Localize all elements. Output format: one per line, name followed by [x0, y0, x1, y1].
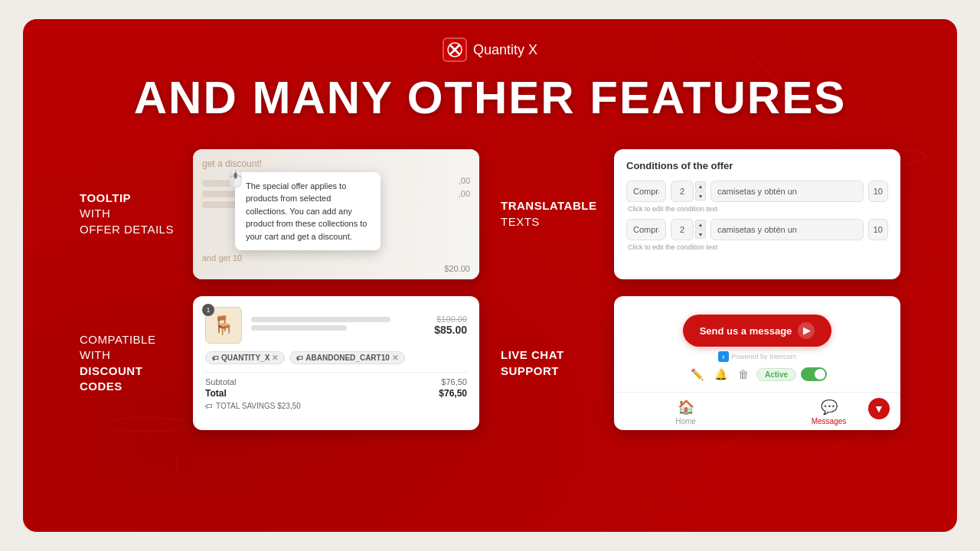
stepper-up-2[interactable]: ▲ [695, 220, 706, 229]
tag-quantity-x: 🏷 QUANTITY_X ✕ [205, 351, 285, 364]
chevron-down-icon: ▼ [874, 403, 884, 415]
action-btn-3[interactable]: 🗑 [735, 367, 752, 382]
tags-row: 🏷 QUANTITY_X ✕ 🏷 ABANDONED_CART10 ✕ [205, 351, 467, 364]
bottom-actions: ✏️ 🔔 🗑 Active [614, 364, 900, 385]
stepper-1: ▲ ▼ [695, 181, 706, 201]
price-orig: $100.00 [434, 315, 467, 324]
messages-icon: 💬 [821, 399, 838, 416]
tag-label-1: QUANTITY_X [221, 354, 270, 362]
intercom-powered: i Powered by Intercom [718, 351, 796, 362]
feature-tooltip: TOOLTIP WITH OFFER DETAILS get a discoun… [69, 139, 490, 289]
compra-input-2[interactable] [626, 219, 666, 240]
tooltip-bg-text: get a discount! [202, 158, 262, 169]
product-row: 1 🪑 $100.00 $85.00 [205, 307, 467, 344]
chat-nav-home[interactable]: 🏠 Home [614, 393, 757, 430]
livechat-label: LIVE CHAT SUPPORT [501, 347, 600, 379]
main-title: AND MANY OTHER FEATURES [134, 71, 846, 124]
tag-icon-2: 🏷 [296, 354, 303, 362]
tag-remove-2[interactable]: ✕ [392, 354, 398, 362]
feature-grid: TOOLTIP WITH OFFER DETAILS get a discoun… [23, 132, 957, 453]
stepper-up-1[interactable]: ▲ [695, 181, 706, 191]
stepper-down-1[interactable]: ▼ [695, 191, 706, 201]
translatable-label: TRANSLATABLE TEXTS [501, 198, 600, 230]
total-value: $76,50 [439, 388, 467, 399]
product-bar-2 [251, 325, 347, 331]
subtotal-row: Subtotal $76,50 [205, 377, 467, 386]
send-message-label: Send us a message [700, 325, 792, 337]
desc-input-1[interactable] [710, 181, 864, 202]
stepper-2: ▲ ▼ [695, 220, 706, 239]
tooltip-bubble: The special offer applies to products fr… [235, 172, 381, 251]
num-input-2[interactable] [671, 219, 694, 240]
send-arrow-icon: ▶ [798, 322, 815, 339]
powered-by-text: Powered by Intercom [731, 353, 796, 360]
toggle-switch[interactable] [801, 367, 827, 381]
desc-input-2[interactable] [710, 219, 864, 240]
intercom-logo: i [718, 351, 729, 362]
tag-abandoned-cart: 🏷 ABANDONED_CART10 ✕ [289, 351, 404, 364]
tooltip-label: TOOLTIP WITH OFFER DETAILS [80, 191, 179, 237]
chair-emoji: 🪑 [212, 315, 235, 336]
edit-hint-1: Click to edit the condition text [628, 205, 888, 213]
tag-remove-1[interactable]: ✕ [272, 354, 278, 362]
price-col: $100.00 $85.00 [434, 315, 467, 336]
tooltip-prices: ,00 ,00 [459, 176, 470, 198]
subtotal-label: Subtotal [205, 377, 236, 386]
savings-icon: 🏷 [205, 402, 213, 410]
translatable-card-title: Conditions of the offer [626, 160, 888, 171]
tooltip-bottom-price: $20.00 [444, 264, 470, 273]
condition-row-2: ▲ ▼ 10 [626, 219, 888, 240]
send-message-button[interactable]: Send us a message ▶ [683, 315, 832, 347]
discount-label: COMPATIBLE WITH DISCOUNT CODES [80, 332, 179, 394]
svg-text:/: / [172, 455, 182, 474]
product-img-wrap: 1 🪑 [205, 307, 242, 344]
page-content: Quantity X AND MANY OTHER FEATURES TOOLT… [23, 19, 957, 453]
savings-row: 🏷 TOTAL SAVINGS $23,50 [205, 402, 467, 410]
savings-text: TOTAL SAVINGS $23,50 [216, 402, 301, 410]
tooltip-bubble-text: The special offer applies to products fr… [246, 180, 370, 243]
total-row: Total $76,50 [205, 388, 467, 399]
feature-translatable: TRANSLATABLE TEXTS Conditions of the off… [490, 139, 911, 289]
tooltip-bottom-text: and get 10 [202, 253, 242, 262]
home-label: Home [675, 417, 696, 425]
translatable-card: Conditions of the offer ▲ ▼ 10 Click to … [614, 149, 900, 279]
scroll-down-button[interactable]: ▼ [868, 398, 890, 419]
action-btn-2[interactable]: 🔔 [711, 367, 730, 382]
discount-card: 1 🪑 $100.00 $85.00 [193, 296, 479, 430]
logo-icon [443, 37, 467, 62]
end-input-2: 10 [868, 219, 888, 240]
num-input-1[interactable] [671, 181, 694, 202]
feature-discount: COMPATIBLE WITH DISCOUNT CODES 1 🪑 [69, 289, 490, 438]
feature-livechat: LIVE CHAT SUPPORT Send us a message ▶ i … [490, 289, 911, 438]
livechat-card: Send us a message ▶ i Powered by Interco… [614, 296, 900, 430]
tooltip-card-inner: get a discount! ,00 ,00 and get 10 $20.0… [193, 149, 479, 279]
compra-input-1[interactable] [626, 181, 666, 202]
edit-hint-2: Click to edit the condition text [628, 243, 888, 251]
end-input-1: 10 [868, 181, 888, 202]
livechat-inner: Send us a message ▶ i Powered by Interco… [614, 296, 900, 430]
total-label: Total [205, 388, 227, 399]
subtotal-value: $76,50 [441, 377, 467, 386]
main-container: / / / / Quantity X AND MANY OTHER FEATUR… [23, 19, 957, 532]
stepper-down-2[interactable]: ▼ [695, 230, 706, 239]
home-icon: 🏠 [678, 399, 694, 416]
condition-row-1: ▲ ▼ 10 [626, 181, 888, 202]
cursor-icon: 🖱️ [225, 169, 246, 189]
active-badge: Active [756, 368, 796, 381]
product-details [251, 317, 425, 334]
tag-icon-1: 🏷 [212, 354, 219, 362]
divider [205, 372, 467, 373]
product-bar-1 [251, 317, 390, 322]
tag-label-2: ABANDONED_CART10 [305, 354, 389, 362]
logo-text: Quantity X [473, 42, 537, 58]
messages-label: Messages [812, 417, 847, 425]
product-qty: 1 [202, 304, 214, 316]
action-btn-1[interactable]: ✏️ [688, 367, 707, 382]
price-sale: $85.00 [434, 324, 467, 336]
chat-nav: 🏠 Home 💬 Messages [614, 392, 900, 430]
tooltip-card: get a discount! ,00 ,00 and get 10 $20.0… [193, 149, 479, 279]
header: Quantity X [443, 37, 537, 62]
